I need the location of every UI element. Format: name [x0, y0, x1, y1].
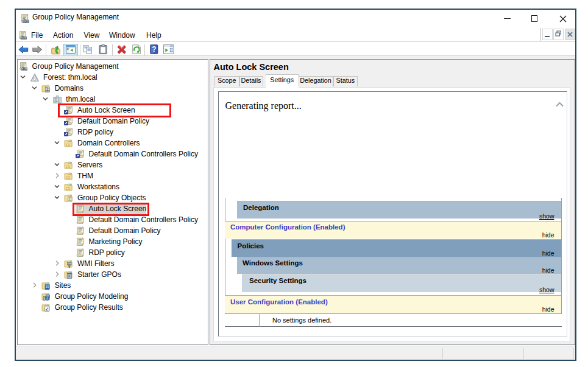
svg-text:?: ?	[152, 45, 156, 54]
